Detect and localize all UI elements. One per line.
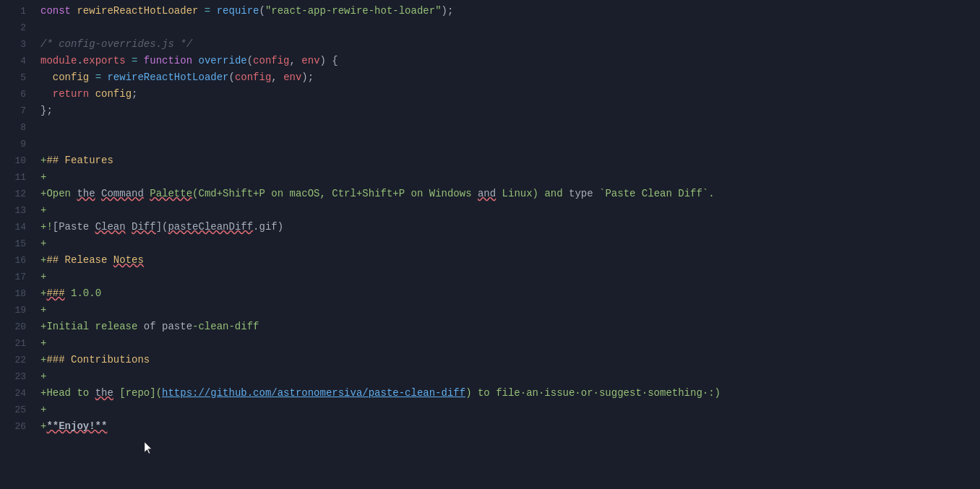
code-line-16: +## Release Notes xyxy=(40,252,980,269)
code-line-20: +Initial release of paste-clean-diff xyxy=(40,319,980,335)
code-line-9 xyxy=(40,136,980,152)
code-line-15: + xyxy=(40,235,980,252)
code-line-21: + xyxy=(40,335,980,352)
code-line-22: +### Contributions xyxy=(40,352,980,368)
code-line-23: + xyxy=(40,368,980,385)
code-line-5: config = rewireReactHotLoader(config, en… xyxy=(40,69,980,86)
code-line-6: return config; xyxy=(40,86,980,103)
code-line-14: +![Paste Clean Diff](pasteCleanDiff.gif) xyxy=(40,219,980,235)
code-line-1: const rewireReactHotLoader = require("re… xyxy=(40,3,980,20)
code-line-8 xyxy=(40,119,980,136)
code-line-17: + xyxy=(40,269,980,285)
code-line-13: + xyxy=(40,202,980,219)
code-line-10: +## Features xyxy=(40,152,980,169)
code-line-19: + xyxy=(40,302,980,319)
line-numbers: 1 2 3 4 5 6 7 8 9 10 11 12 13 14 15 16 1… xyxy=(0,3,35,486)
code-line-12: +Open the Command Palette(Cmd+Shift+P on… xyxy=(40,186,980,202)
code-line-18: +### 1.0.0 xyxy=(40,285,980,302)
code-line-26: +**Enjoy!** xyxy=(40,418,980,435)
code-content[interactable]: const rewireReactHotLoader = require("re… xyxy=(35,3,980,486)
code-line-2 xyxy=(40,20,980,36)
code-editor[interactable]: 1 2 3 4 5 6 7 8 9 10 11 12 13 14 15 16 1… xyxy=(0,0,980,489)
code-line-7: }; xyxy=(40,103,980,119)
code-line-4: module.exports = function override(confi… xyxy=(40,53,980,69)
code-line-24: +Head to the [repo](https://github.com/a… xyxy=(40,385,980,402)
code-line-25: + xyxy=(40,402,980,418)
code-line-3: /* config-overrides.js */ xyxy=(40,36,980,53)
code-line-11: + xyxy=(40,169,980,186)
